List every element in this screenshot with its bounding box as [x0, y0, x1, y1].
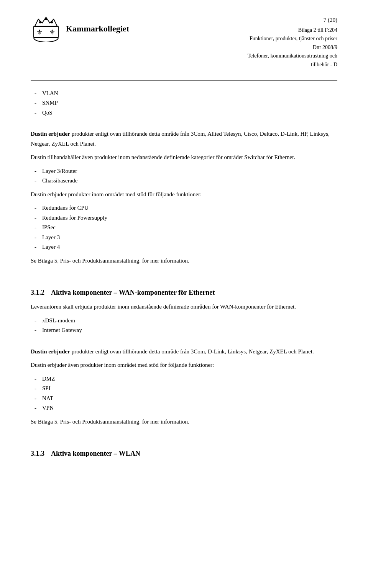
list-item: xDSL-modem — [31, 316, 337, 326]
dustin-wan-text: produkter enligt ovan tillhörande detta … — [72, 348, 314, 355]
section-313-heading: 3.1.3 Aktiva komponenter – WLAN — [31, 450, 337, 458]
header: ⚜ ⚜ Kammarkollegiet 7 (20) Bilaga 2 till… — [31, 15, 337, 69]
dustin-wan-paragraph: Dustin erbjuder produkter enligt ovan ti… — [31, 347, 337, 357]
header-line5: tillbehör - D — [248, 61, 337, 69]
bilaga5-text2: Se Bilaga 5, Pris- och Produktsammanstäl… — [31, 417, 337, 427]
svg-point-3 — [45, 18, 47, 20]
wan-list: xDSL-modemInternet Gateway — [31, 316, 337, 335]
switchar-intro: Dustin tillhandahåller även produkter in… — [31, 153, 337, 163]
list-item: Layer 3 — [31, 233, 337, 243]
list-item: IPSec — [31, 223, 337, 233]
page: ⚜ ⚜ Kammarkollegiet 7 (20) Bilaga 2 till… — [0, 0, 368, 588]
list-item: Layer 3/Router — [31, 166, 337, 176]
svg-point-2 — [39, 21, 41, 23]
list-item: NAT — [31, 394, 337, 404]
list-item: DMZ — [31, 374, 337, 384]
dustin-wan-funktioner-intro: Dustin erbjuder även produkter inom områ… — [31, 360, 337, 370]
header-line3: Dnr 2008/9 — [248, 43, 337, 52]
list-item: SPI — [31, 384, 337, 394]
list-item: Internet Gateway — [31, 325, 337, 335]
page-number: 7 (20) — [248, 15, 337, 25]
switchar-funktioner-intro: Dustin erbjuder produkter inom området m… — [31, 190, 337, 200]
section-313-number: 3.1.3 — [31, 450, 44, 457]
section-312-separator — [46, 289, 50, 296]
svg-point-4 — [51, 21, 53, 23]
section-312-title: Aktiva komponenter – WAN-komponenter för… — [51, 289, 215, 296]
header-line1: Bilaga 2 till F:204 — [248, 26, 337, 34]
wan-intro: Leverantören skall erbjuda produkter ino… — [31, 302, 337, 312]
section-312-heading: 3.1.2 Aktiva komponenter – WAN-komponent… — [31, 289, 337, 297]
list-item: Redundans för Powersupply — [31, 213, 337, 223]
header-line4: Telefoner, kommunikationsutrustning och — [248, 52, 337, 60]
header-divider — [31, 80, 337, 81]
list-item: VLAN — [31, 89, 337, 99]
switchar-list: Layer 3/RouterChassibaserade — [31, 166, 337, 186]
section-312-number: 3.1.2 — [31, 289, 44, 296]
svg-text:⚜: ⚜ — [49, 28, 55, 36]
logo-name: Kammarkollegiet — [66, 24, 129, 34]
logo-area: ⚜ ⚜ Kammarkollegiet — [31, 15, 129, 42]
list-item: Layer 4 — [31, 242, 337, 252]
header-right: 7 (20) Bilaga 2 till F:204 Funktioner, p… — [248, 15, 337, 69]
dustin-intro-paragraph: Dustin erbjuder produkter enligt ovan ti… — [31, 129, 337, 149]
list-item: SNMP — [31, 98, 337, 108]
vlan-list: VLANSNMPQoS — [31, 89, 337, 118]
logo-icon: ⚜ ⚜ — [31, 15, 61, 42]
switchar-funktioner-list: Redundans för CPURedundans för Powersupp… — [31, 203, 337, 252]
list-item: QoS — [31, 108, 337, 118]
dustin-wan-bold: Dustin erbjuder — [31, 348, 70, 355]
section-313-separator — [46, 450, 50, 457]
section-313-title: Aktiva komponenter – WLAN — [51, 450, 140, 457]
wan-funktioner-list: DMZSPINATVPN — [31, 374, 337, 413]
svg-text:⚜: ⚜ — [36, 28, 43, 36]
list-item: Redundans för CPU — [31, 203, 337, 213]
content: VLANSNMPQoS Dustin erbjuder produkter en… — [31, 89, 337, 458]
list-item: VPN — [31, 403, 337, 413]
dustin-bold-label: Dustin erbjuder — [31, 131, 70, 137]
bilaga5-text: Se Bilaga 5, Pris- och Produktsammanstäl… — [31, 256, 337, 266]
dustin-intro-text: produkter enligt ovan tillhörande detta … — [31, 131, 330, 147]
list-item: Chassibaserade — [31, 176, 337, 186]
header-line2: Funktioner, produkter, tjänster och pris… — [248, 34, 337, 43]
